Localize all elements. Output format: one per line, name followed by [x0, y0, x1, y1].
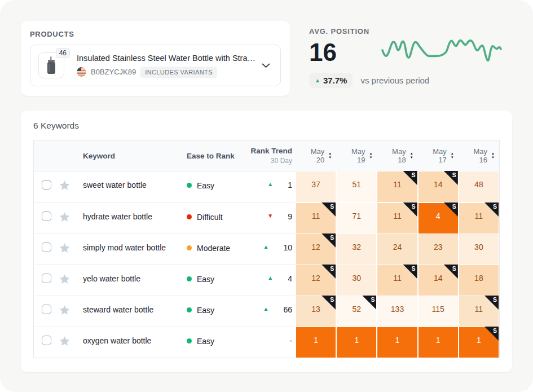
rank-cell[interactable]: 11 S — [296, 202, 336, 234]
date-column-header[interactable]: May17 ▲▼ — [418, 147, 459, 164]
product-title: Insulated Stainless Steel Water Bottle w… — [77, 54, 256, 63]
water-bottle-image — [45, 56, 58, 74]
rank-trend-cell: ▲ 66 — [249, 296, 296, 327]
star-icon[interactable] — [59, 304, 71, 316]
rank-cell[interactable]: 11 S — [377, 171, 417, 202]
rank-cell[interactable]: 1 — [418, 327, 459, 358]
rank-value: 12 — [311, 274, 320, 283]
rank-value: 71 — [353, 212, 362, 221]
chevron-down-icon[interactable] — [262, 60, 270, 71]
sponsored-badge-icon: S — [321, 234, 336, 248]
rank-trend-cell: ▼ 9 — [249, 203, 296, 234]
rank-value: 30 — [353, 274, 362, 283]
table-row: yelo water bottle Easy ▲ 4 12 S 30 11 S … — [34, 265, 499, 296]
rank-cell[interactable]: 1 — [336, 327, 377, 358]
rank-cell[interactable]: 14 S — [418, 265, 459, 296]
keyword-cell[interactable]: sweet water bottle — [77, 171, 187, 202]
rank-cell[interactable]: 11 S — [377, 202, 417, 234]
star-icon[interactable] — [59, 273, 71, 285]
products-label: PRODUCTS — [30, 30, 281, 38]
rank-value: 1 — [477, 336, 481, 345]
sponsored-badge-icon: S — [484, 327, 499, 341]
rank-cell[interactable]: 37 — [296, 171, 336, 202]
row-checkbox[interactable] — [42, 336, 51, 345]
keyword-cell[interactable]: steward water bottle — [77, 296, 187, 327]
rank-value: 11 — [393, 180, 402, 189]
rank-cell[interactable]: 71 — [336, 202, 377, 234]
rank-cell[interactable]: 30 — [336, 265, 377, 296]
rank-cell[interactable]: 51 — [336, 171, 377, 202]
star-icon[interactable] — [59, 335, 71, 347]
change-caption: vs previous period — [360, 76, 429, 85]
change-badge: ▲ 37.7% — [309, 73, 353, 88]
keyword-cell[interactable]: simply mod water bottle — [77, 234, 187, 265]
rank-value: 11 — [312, 212, 320, 221]
keyword-cell[interactable]: hydrate water bottle — [77, 203, 187, 234]
product-thumbnail: 46 — [38, 52, 64, 78]
ease-to-rank-cell: Moderate — [187, 234, 249, 265]
date-column-header[interactable]: May19 ▲▼ — [336, 147, 377, 164]
keywords-card: 6 Keywords Keyword Ease to Rank Rank Tre… — [21, 111, 512, 372]
rank-cell[interactable]: 1 — [296, 327, 336, 358]
star-icon[interactable] — [59, 179, 71, 191]
rank-cell[interactable]: 11 S — [459, 296, 499, 327]
ease-dot-icon — [187, 307, 192, 312]
keyword-cell[interactable]: oxygen water bottle — [77, 327, 187, 358]
rank-cell[interactable]: 1 — [377, 327, 417, 358]
rank-cell[interactable]: 13 S — [296, 296, 336, 327]
rank-cell[interactable]: 12 S — [296, 234, 336, 265]
rank-value: 1 — [436, 336, 441, 345]
rank-cell[interactable]: 30 — [459, 234, 499, 265]
ease-dot-icon — [187, 183, 192, 188]
rank-trend-cell: - — [249, 327, 296, 358]
sort-icon[interactable]: ▲▼ — [369, 152, 372, 159]
rank-value: 11 — [393, 274, 402, 283]
table-row: sweet water bottle Easy ▲ 1 37 51 11 S 1… — [34, 171, 499, 202]
ease-to-rank-cell: Easy — [187, 171, 249, 202]
sponsored-badge-icon: S — [484, 296, 499, 310]
rank-cell[interactable]: 11 S — [459, 202, 499, 234]
date-column-header[interactable]: May18 ▲▼ — [377, 147, 417, 164]
rank-value: 1 — [395, 336, 400, 345]
rank-cell[interactable]: 133 — [377, 296, 417, 327]
row-checkbox[interactable] — [42, 274, 51, 283]
sort-icon[interactable]: ▲▼ — [451, 152, 454, 159]
rank-cell[interactable]: 32 — [336, 234, 377, 265]
star-icon[interactable] — [59, 242, 71, 254]
change-value: 37.7% — [323, 76, 347, 85]
table-row: simply mod water bottle Moderate ▲ 10 12… — [34, 234, 499, 265]
rank-value: 52 — [353, 305, 362, 314]
header-keyword: Keyword — [77, 152, 187, 160]
sort-icon[interactable]: ▲▼ — [328, 152, 332, 159]
header-ease: Ease to Rank — [187, 152, 249, 160]
rank-cell[interactable]: 115 — [418, 296, 459, 327]
position-sparkline — [381, 32, 502, 69]
sort-icon[interactable]: ▲▼ — [410, 152, 413, 159]
row-checkbox[interactable] — [42, 180, 51, 190]
rank-cell[interactable]: 1 S — [459, 327, 499, 358]
ease-dot-icon — [187, 245, 192, 250]
rank-value: 18 — [474, 274, 483, 283]
rank-cell[interactable]: 23 — [418, 234, 459, 265]
rank-cell[interactable]: 4 S — [418, 202, 459, 234]
row-checkbox[interactable] — [42, 305, 51, 314]
rank-cell[interactable]: 24 — [377, 234, 417, 265]
keyword-cell[interactable]: yelo water bottle — [77, 265, 187, 296]
rank-cell[interactable]: 48 — [459, 171, 499, 202]
product-info: Insulated Stainless Steel Water Bottle w… — [77, 54, 256, 78]
date-column-header[interactable]: May20 ▲▼ — [296, 147, 336, 164]
rank-cell[interactable]: 11 S — [377, 265, 417, 296]
products-card: PRODUCTS 46 Insulated Stainless Steel Wa… — [21, 21, 290, 96]
date-column-header[interactable]: May16 ▲▼ — [459, 147, 499, 164]
product-selector[interactable]: 46 Insulated Stainless Steel Water Bottl… — [30, 45, 281, 86]
rank-cell[interactable]: 12 S — [296, 265, 336, 296]
rank-cell[interactable]: 14 S — [418, 171, 459, 202]
sort-icon[interactable]: ▲▼ — [491, 152, 495, 159]
star-icon[interactable] — [59, 211, 71, 223]
row-checkbox[interactable] — [42, 243, 51, 252]
row-checkbox[interactable] — [42, 212, 51, 221]
rank-value: 14 — [434, 274, 443, 283]
rank-cell[interactable]: 18 — [459, 265, 499, 296]
rank-cell[interactable]: 52 S — [336, 296, 377, 327]
header-rank-trend: Rank Trend 30 Day — [249, 147, 296, 165]
